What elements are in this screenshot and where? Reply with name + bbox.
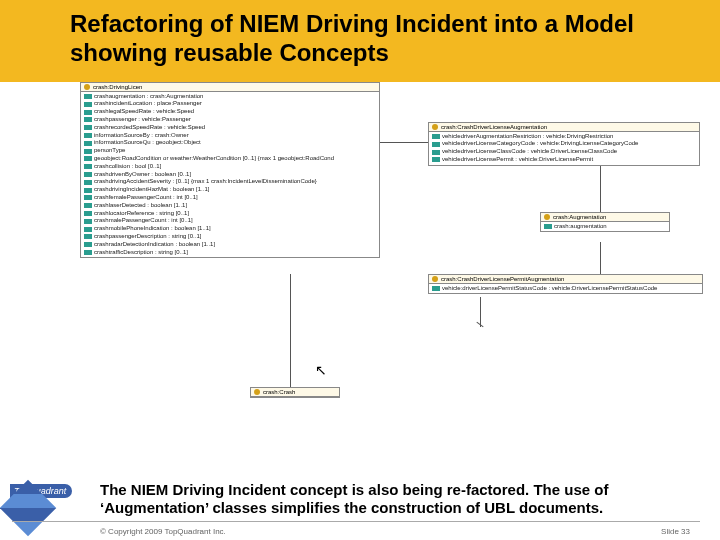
attribute-row: crashlaserDetected : boolean [1..1] [81,202,379,210]
attribute-row: vehicle:driverLicensePermitStatusCode : … [429,285,702,293]
class-augmentation: crash:Augmentation crash:augmentation [540,212,670,233]
attribute-row: crashlocatorReference : string [0..1] [81,210,379,218]
attribute-text: vehicledriverLicenseClassCode : vehicle:… [442,148,617,156]
attribute-text: informationSourceQu : geoobject:Object [94,139,201,147]
attribute-text: geoobject:RoadCondition or weather:Weath… [94,155,334,163]
class-permit-aug: crash:CrashDriverLicensePermitAugmentati… [428,274,703,295]
attribute-icon [84,188,92,193]
logo-block: TopQuadrant [0,488,98,528]
attribute-text: crashmobilePhoneIndication : boolean [1.… [94,225,211,233]
class-body: vehicledriverAugmentationRestriction : v… [429,132,699,165]
attribute-text: crashdrivingAccidentSeverity : [0..1] {m… [94,178,317,186]
connector [600,166,601,212]
attribute-text: crashlaserDetected : boolean [1..1] [94,202,187,210]
attribute-icon [84,180,92,185]
attribute-text: vehicledriverLicensePermit : vehicle:Dri… [442,156,593,164]
class-icon [432,276,438,282]
attribute-text: crashlegalSpeedRate : vehicle:Speed [94,108,194,116]
attribute-icon [84,234,92,239]
attribute-row: crash:augmentation [541,223,669,231]
attribute-text: crashpassenger : vehicle:Passenger [94,116,191,124]
connector [290,274,291,387]
connector [380,142,428,143]
attribute-icon [84,141,92,146]
connector [600,242,601,274]
attribute-row: crashmobilePhoneIndication : boolean [1.… [81,225,379,233]
attribute-icon [84,149,92,154]
attribute-icon [84,125,92,130]
attribute-row: crashlegalSpeedRate : vehicle:Speed [81,108,379,116]
slide-number: Slide 33 [661,527,690,536]
class-header: crash:DrivingLicen [81,83,379,92]
attribute-icon [84,172,92,177]
attribute-row: personType [81,147,379,155]
class-icon [84,84,90,90]
class-header: crash:CrashDriverLicenseAugmentation [429,123,699,132]
cursor-icon: ↖ [315,362,327,378]
attribute-text: crashpassengerDescription : string [0..1… [94,233,201,241]
copyright-text: © Copyright 2009 TopQuadrant Inc. [100,527,226,536]
class-icon [544,214,550,220]
class-icon [432,124,438,130]
class-name: crash:DrivingLicen [93,84,142,90]
attribute-icon [432,142,440,147]
attribute-icon [432,286,440,291]
attribute-icon [84,219,92,224]
attribute-row: crashrecordedSpeedRate : vehicle:Speed [81,124,379,132]
attribute-icon [84,227,92,232]
class-name: crash:Crash [263,389,295,395]
attribute-row: geoobject:RoadCondition or weather:Weath… [81,155,379,163]
attribute-icon [84,133,92,138]
attribute-text: crash:augmentation [554,223,607,231]
slide-footer: TopQuadrant The NIEM Driving Incident co… [0,440,720,540]
attribute-icon [84,156,92,161]
class-name: crash:Augmentation [553,214,606,220]
class-name: crash:CrashDriverLicenseAugmentation [441,124,547,130]
class-body: vehicle:driverLicensePermitStatusCode : … [429,284,702,294]
attribute-row: vehicledriverLicensePermit : vehicle:Dri… [429,156,699,164]
attribute-row: crashincidentLocation : place:Passenger [81,100,379,108]
class-body: crashaugmentation : crash:Augmentationcr… [81,92,379,258]
attribute-row: crashdrivenByOwner : boolean [0..1] [81,171,379,179]
attribute-icon [84,195,92,200]
attribute-row: informationSourceQu : geoobject:Object [81,139,379,147]
class-driver-aug: crash:CrashDriverLicenseAugmentation veh… [428,122,700,166]
attribute-row: crashmalePassengerCount : int [0..1] [81,217,379,225]
class-header: crash:Augmentation [541,213,669,222]
connector [480,297,481,327]
attribute-text: crashmalePassengerCount : int [0..1] [94,217,193,225]
attribute-text: informationSourceBy : crash:Owner [94,132,189,140]
slide-title: Refactoring of NIEM Driving Incident int… [70,10,700,68]
attribute-icon [84,94,92,99]
class-crash: crash:Crash [250,387,340,398]
attribute-icon [84,211,92,216]
attribute-text: crashaugmentation : crash:Augmentation [94,93,203,101]
attribute-text: crashdrivenByOwner : boolean [0..1] [94,171,191,179]
footer-caption: The NIEM Driving Incident concept is als… [100,481,690,519]
attribute-text: crashlocatorReference : string [0..1] [94,210,189,218]
attribute-text: crashtrafficDescription : string [0..1] [94,249,188,257]
attribute-row: vehicledriverLicenseClassCode : vehicle:… [429,148,699,156]
attribute-row: crashaugmentation : crash:Augmentation [81,93,379,101]
slide-header: Refactoring of NIEM Driving Incident int… [0,0,720,82]
attribute-text: vehicledriverLicenseCategoryCode : vehic… [442,140,638,148]
uml-diagram: crash:DrivingLicen crashaugmentation : c… [0,82,720,442]
attribute-icon [84,203,92,208]
attribute-icon [84,164,92,169]
attribute-row: crashcollision : bool [0..1] [81,163,379,171]
attribute-row: vehicledriverAugmentationRestriction : v… [429,133,699,141]
footer-divider [12,521,700,522]
attribute-row: crashradarDetectionIndication : boolean … [81,241,379,249]
attribute-icon [432,157,440,162]
attribute-text: crashdrivingIncidentHazMat : boolean [1.… [94,186,209,194]
class-header: crash:Crash [251,388,339,397]
attribute-row: crashpassengerDescription : string [0..1… [81,233,379,241]
attribute-text: vehicledriverAugmentationRestriction : v… [442,133,613,141]
attribute-row: crashtrafficDescription : string [0..1] [81,249,379,257]
attribute-text: crashincidentLocation : place:Passenger [94,100,202,108]
attribute-icon [84,110,92,115]
attribute-icon [544,224,552,229]
class-body: crash:augmentation [541,222,669,232]
attribute-icon [84,242,92,247]
attribute-text: personType [94,147,125,155]
